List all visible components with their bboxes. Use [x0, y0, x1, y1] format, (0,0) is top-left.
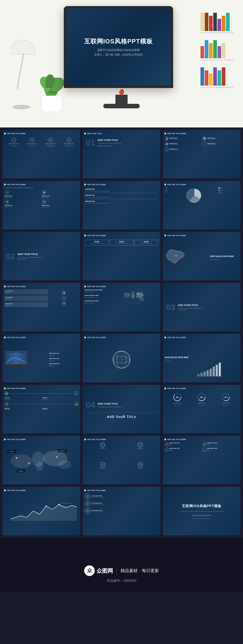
slide-20[interactable]: ADD THE TITLE HERE 01 Add text here 02 A… — [83, 436, 160, 484]
slide-1[interactable]: ADD THE TITLE HERE 01ADD YOUR TITLEYou c… — [2, 130, 80, 178]
stat-ring-3: 57% — [221, 393, 231, 402]
svg-point-2 — [175, 255, 177, 256]
logo-icon: 众 — [84, 565, 95, 576]
final-cover-title: 互联网IOS风格PPT模板 — [182, 504, 221, 508]
svg-rect-28 — [213, 367, 215, 376]
slide-5[interactable]: ADD THE TITLE HERE Add title here You ca… — [83, 181, 160, 229]
monitor-title: 互联网IOS风格PPT模板 — [84, 37, 153, 46]
slide-12[interactable]: 03 ADD YOUR TITLE You can add your text … — [163, 283, 241, 331]
svg-rect-9 — [142, 294, 144, 296]
svg-rect-24 — [200, 373, 203, 376]
watermark-section: 众 众图网 精品素材 · 每日更新 作品编号：1502420 — [0, 556, 243, 592]
slide-16[interactable]: ADD THE TITLE HERE 🖼️ 📷 Add title Add im… — [2, 385, 80, 433]
slide-17[interactable]: 04 ADD YOUR TITLE You can add your text … — [83, 385, 160, 433]
slide-3[interactable]: ADD THE TITLE HERE 📋 Add title hereYou c… — [163, 130, 241, 178]
slide-13[interactable]: ADD THE TITLE HERE — [2, 334, 80, 382]
slide-2[interactable]: ADD YOUR TITLE 01 ADD YOUR TITLE You can… — [83, 130, 160, 178]
svg-rect-27 — [210, 369, 212, 376]
slide-14[interactable]: ADD THE TITLE HERE — [83, 334, 160, 382]
header-triangle — [4, 132, 6, 135]
world-map-svg — [123, 289, 147, 304]
svg-point-43 — [36, 462, 43, 471]
svg-point-41 — [10, 454, 32, 468]
svg-rect-4 — [124, 293, 130, 297]
slide-15[interactable]: ADD THE TITLE HERE OUR SALES DATE BAR Yo… — [163, 334, 241, 382]
slide-1-header: ADD THE TITLE HERE — [7, 133, 26, 134]
spacer — [0, 538, 243, 556]
plant-decoration — [36, 58, 67, 112]
svg-rect-23 — [197, 374, 200, 376]
svg-text:57%: 57% — [224, 396, 228, 398]
svg-point-62 — [46, 506, 47, 507]
svg-text:62%: 62% — [200, 396, 203, 398]
svg-rect-15 — [4, 365, 29, 367]
svg-text:Add title: Add title — [60, 450, 65, 452]
svg-rect-8 — [139, 298, 144, 301]
hero-section: 互联网IOS风格PPT模板 适用于计划总结/商业计划/论文答辩 主讲人：清小风 … — [0, 0, 243, 127]
svg-text:Add title: Add title — [19, 470, 23, 472]
pie-chart-svg — [186, 187, 203, 204]
stat-ring-1: 85% — [173, 393, 182, 402]
svg-text:Add text here: Add text here — [61, 506, 67, 507]
svg-rect-26 — [207, 370, 209, 376]
line-chart-svg: Lorem ipsum here Add text here — [4, 493, 78, 532]
svg-point-45 — [58, 460, 71, 469]
svg-rect-30 — [219, 363, 221, 376]
svg-text:Add title: Add title — [9, 451, 14, 452]
apple-logo: 🍎 — [64, 89, 179, 95]
monitor-subtitle-line1: 适用于计划总结/商业计划/论文答辩 — [97, 48, 140, 52]
slide-19[interactable]: ADD THE TITLE HERE Add title — [2, 436, 80, 484]
globe-svg — [112, 350, 132, 370]
slide-7[interactable]: 02 ADD YOUR TITLE You can add your text … — [2, 232, 80, 280]
slide-22[interactable]: ADD THE TITLE HERE Lorem ipsum here — [2, 487, 80, 535]
slides-grid: ADD THE TITLE HERE 01ADD YOUR TITLEYou c… — [0, 127, 243, 538]
svg-point-63 — [58, 504, 60, 505]
logo-text: 众图网 — [97, 567, 113, 575]
bar-chart-svg — [195, 361, 224, 378]
svg-text:85%: 85% — [176, 396, 179, 398]
laptop-svg — [4, 351, 29, 368]
svg-point-54 — [28, 463, 30, 464]
slide-18[interactable]: ADD THE TITLE HERE 85% ADD YOUR TITLE Ad… — [163, 385, 241, 433]
monitor-subtitle-line2: 主讲人：清小风 日期：2020年12月30日 — [94, 53, 143, 57]
slide-8[interactable]: ADD THE TITLE HERE 添加标题 您可以在这里添加文字说明内容 添… — [83, 232, 160, 280]
svg-rect-25 — [204, 371, 206, 376]
stat-ring-2: 62% — [197, 393, 206, 402]
slide-4[interactable]: ADD THE TITLE HERE You can add your text… — [2, 181, 80, 229]
svg-rect-6 — [132, 295, 134, 299]
slide-10[interactable]: ADD THE TITLE HERE Lorem ipsum Add text … — [2, 283, 80, 331]
svg-point-11 — [128, 294, 129, 295]
lamp-decoration — [9, 33, 39, 109]
watermark-logo: 众 众图网 — [84, 565, 113, 576]
map-flow-svg: Add title Add title Add title — [4, 442, 78, 481]
add-your-title-big: AdD YouR TitLe — [84, 415, 159, 419]
slide-6[interactable]: ADD THE TITLE HERE POINT1 POINT2 POINT3 — [163, 181, 241, 229]
china-map — [165, 249, 186, 266]
slide-21[interactable]: ADD THE TITLE HERE 📢 ADD YOUR TITLE 50% … — [163, 436, 241, 484]
svg-marker-1 — [166, 250, 184, 263]
slide-24[interactable]: 互联网IOS风格PPT模板 适用于计划总结/商业计划/论文答辩 主讲人：清小风 … — [163, 487, 241, 535]
header-triangle — [84, 132, 86, 135]
svg-rect-29 — [216, 365, 218, 376]
svg-text:Lorem ipsum here: Lorem ipsum here — [61, 502, 71, 504]
divider — [117, 566, 117, 575]
bookshelf-decoration — [200, 9, 237, 100]
monitor: 互联网IOS风格PPT模板 适用于计划总结/商业计划/论文答辩 主讲人：清小风 … — [64, 6, 179, 103]
slide-9[interactable]: ADD THE TITLE HERE OUR SALES DATE BAR Yo… — [163, 232, 241, 280]
product-id: 作品编号：1502420 — [107, 578, 136, 583]
tagline: 精品素材 · 每日更新 — [121, 568, 159, 574]
slide-23[interactable]: ADD THE TITLE HERE Lorem Space Here Add … — [83, 487, 160, 535]
svg-point-10 — [137, 293, 139, 294]
slide-11[interactable]: ADD THE TITLE HERE TREMENDOUS VISUAL APP… — [83, 283, 160, 331]
